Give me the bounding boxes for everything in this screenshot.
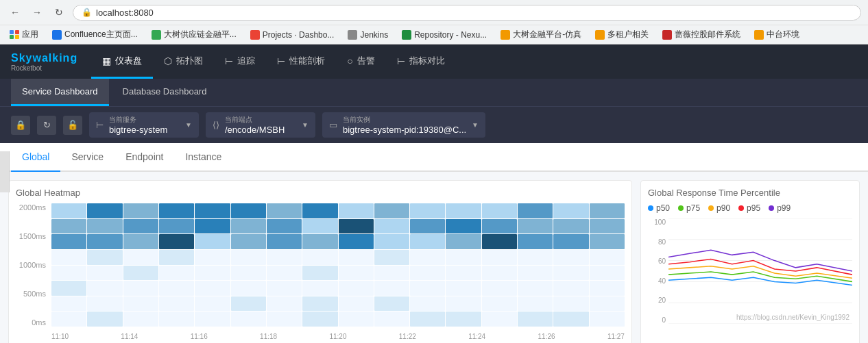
instance-selector[interactable]: ▭ 当前实例 bigtree-system-pid:19380@C... ▼ [322, 112, 485, 138]
heatmap-cell [446, 281, 481, 296]
heatmap-cell [553, 219, 588, 234]
heatmap-column [518, 203, 553, 327]
refresh-button[interactable]: ↻ [37, 116, 56, 135]
heatmap-cell [553, 266, 588, 281]
endpoint-selector[interactable]: ⟨⟩ 当前端点 /encode/MSBH ▼ [206, 112, 315, 138]
heatmap-cell [446, 203, 481, 218]
heatmap-cell [590, 266, 625, 281]
heatmap-grid [51, 203, 625, 327]
heatmap-cell [590, 250, 625, 265]
response-panel: Global Response Time Percentile p50 p75 … [640, 180, 860, 343]
forward-button[interactable]: → [29, 4, 45, 21]
nav-metrics-label: 指标对比 [409, 55, 445, 67]
heatmap-cell [231, 312, 266, 327]
lock-icon: 🔒 [82, 8, 92, 17]
heatmap-x-axis: 11:1011:1411:1611:1811:2011:2211:2411:26… [51, 333, 625, 340]
reload-button[interactable]: ↻ [51, 4, 67, 21]
nav-item-dashboard[interactable]: ▦ 仪表盘 [91, 45, 153, 79]
tab-global-label: Global [22, 151, 49, 162]
service-selector[interactable]: ⊢ 当前服务 bigtree-system ▼ [89, 112, 199, 138]
bookmark-bigtree-finance[interactable]: 大树金融平台-仿真 [498, 27, 584, 42]
bookmark-projects[interactable]: Projects · Dashbo... [248, 29, 337, 41]
heatmap-column [446, 203, 481, 327]
heatmap-cell [590, 296, 625, 312]
heatmap-cell [123, 250, 158, 265]
tab-service[interactable]: Service [60, 143, 114, 172]
endpoint-selector-value: /encode/MSBH [225, 125, 296, 135]
bookmark-bigtree-supply[interactable]: 大树供应链金融平... [149, 27, 239, 42]
heatmap-cell [410, 266, 445, 281]
bookmark-middle-platform[interactable]: 中台环境 [751, 27, 802, 42]
heatmap-cell [339, 296, 374, 312]
heatmap-x-label: 11:27 [607, 333, 625, 340]
heatmap-cell [339, 312, 374, 327]
heatmap-cell [159, 219, 194, 234]
heatmap-cell [159, 266, 194, 281]
p95-dot [738, 205, 744, 211]
heatmap-cell [302, 203, 337, 218]
heatmap-cell [159, 312, 194, 327]
legend-p90: p90 [708, 203, 730, 213]
heatmap-cell [267, 234, 302, 249]
p95-label: p95 [747, 203, 760, 213]
logo-sub: Rocketbot [11, 64, 77, 72]
heatmap-cell [410, 296, 445, 312]
sub-nav-service-dashboard[interactable]: Service Dashboard [11, 79, 109, 106]
endpoint-selector-inner: 当前端点 /encode/MSBH [225, 115, 296, 135]
tab-endpoint[interactable]: Endpoint [114, 143, 174, 172]
sub-nav-database-label: Database Dashboard [123, 86, 207, 97]
heatmap-cell [87, 219, 122, 234]
response-chart-container: 100 80 60 40 20 0 [648, 218, 852, 335]
bookmark-jenkins[interactable]: Jenkins [345, 29, 391, 41]
heatmap-cell [553, 250, 588, 265]
heatmap-cell [51, 296, 86, 312]
heatmap-cell [195, 296, 230, 312]
back-button[interactable]: ← [7, 4, 23, 21]
heatmap-cell [267, 296, 302, 312]
heatmap-cell [410, 312, 445, 327]
nav-item-trace[interactable]: ⊢ 追踪 [214, 45, 266, 79]
heatmap-cell [302, 250, 337, 265]
heatmap-cell [339, 250, 374, 265]
bookmark-multi-tenant[interactable]: 多租户相关 [592, 27, 651, 42]
bookmark-rose-stock[interactable]: 蔷薇控股邮件系统 [660, 27, 743, 42]
address-bar[interactable]: 🔒 localhost:8080 [73, 5, 861, 21]
heatmap-cell [123, 312, 158, 327]
tab-endpoint-label: Endpoint [125, 151, 163, 162]
lock-service-button[interactable]: 🔒 [11, 116, 30, 135]
heatmap-cell [410, 281, 445, 296]
heatmap-cell [553, 234, 588, 249]
sub-nav-database-dashboard[interactable]: Database Dashboard [112, 79, 218, 106]
bookmark-confluence[interactable]: Confluence主页面... [49, 27, 141, 42]
bookmark-repository[interactable]: Repository - Nexu... [399, 29, 490, 41]
heatmap-cell [159, 281, 194, 296]
y-label-2000: 2000ms [19, 203, 46, 212]
service-chevron-icon: ▼ [185, 121, 192, 129]
heatmap-chart-area: 2000ms 1500ms 1000ms 500ms 0ms 11:1011:1… [16, 203, 625, 340]
heatmap-cell [374, 234, 409, 249]
resp-y-0: 0 [662, 316, 666, 324]
heatmap-cell [446, 266, 481, 281]
nav-item-metrics[interactable]: ⊢ 指标对比 [386, 45, 456, 79]
heatmap-cell [302, 219, 337, 234]
heatmap-cell [482, 266, 517, 281]
bookmark-apps[interactable]: 应用 [7, 27, 41, 42]
nav-trace-label: 追踪 [237, 55, 255, 67]
nav-item-alarm[interactable]: ○ 告警 [336, 45, 385, 79]
heatmap-cell [518, 203, 553, 218]
bookmark-multi-tenant-label: 多租户相关 [607, 29, 649, 40]
heatmap-cell [123, 281, 158, 296]
heatmap-cell [339, 234, 374, 249]
y-label-1500: 1500ms [19, 232, 46, 240]
unlock-button[interactable]: 🔓 [63, 116, 82, 135]
watermark: https://blog.csdn.net/Kevin_King1992 [736, 314, 849, 321]
nav-item-topology[interactable]: ⬡ 拓扑图 [153, 45, 214, 79]
tab-instance[interactable]: Instance [174, 143, 232, 172]
tab-global[interactable]: Global [11, 143, 60, 172]
heatmap-cell [87, 234, 122, 249]
p75-dot [678, 205, 684, 211]
instance-selector-icon: ▭ [329, 120, 337, 130]
nav-item-profiling[interactable]: ⊢ 性能剖析 [266, 45, 336, 79]
response-svg-chart [668, 218, 852, 324]
heatmap-cell [87, 281, 122, 296]
